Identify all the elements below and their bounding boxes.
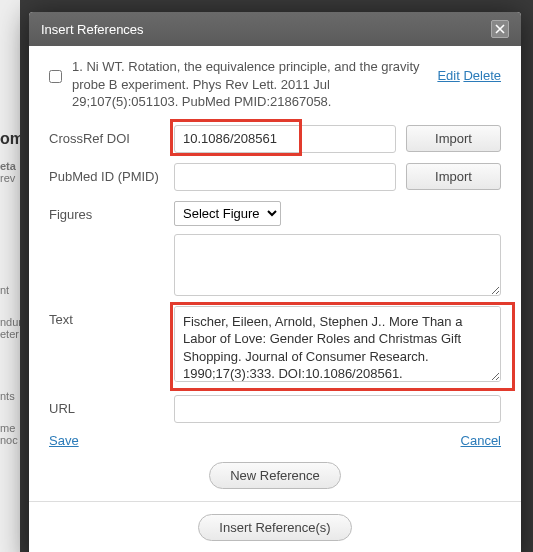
figures-label: Figures [49,201,164,222]
save-link[interactable]: Save [49,433,79,448]
reference-item: 1. Ni WT. Rotation, the equivalence prin… [49,58,501,111]
edit-link[interactable]: Edit [437,68,459,83]
crossref-label: CrossRef DOI [49,125,164,146]
cancel-link[interactable]: Cancel [461,433,501,448]
divider [29,501,521,502]
figures-select[interactable]: Select Figure [174,201,281,226]
reference-checkbox[interactable] [49,70,62,83]
dialog-titlebar: Insert References [29,12,521,46]
insert-references-button[interactable]: Insert Reference(s) [198,514,351,541]
text-textarea[interactable]: Fischer, Eileen, Arnold, Stephen J.. Mor… [174,306,501,382]
figures-textarea[interactable] [174,234,501,296]
new-reference-button[interactable]: New Reference [209,462,341,489]
insert-references-dialog: Insert References 1. Ni WT. Rotation, th… [29,12,521,552]
crossref-import-button[interactable]: Import [406,125,501,152]
delete-link[interactable]: Delete [463,68,501,83]
text-label: Text [49,306,164,327]
pmid-import-button[interactable]: Import [406,163,501,190]
crossref-input[interactable] [174,125,396,153]
pmid-label: PubMed ID (PMID) [49,163,164,184]
url-input[interactable] [174,395,501,423]
reference-citation: 1. Ni WT. Rotation, the equivalence prin… [72,58,427,111]
background-page: om eta rev nt ndur eter nts me noc [0,0,20,552]
dialog-title: Insert References [41,22,144,37]
pmid-input[interactable] [174,163,396,191]
url-label: URL [49,395,164,416]
close-icon[interactable] [491,20,509,38]
